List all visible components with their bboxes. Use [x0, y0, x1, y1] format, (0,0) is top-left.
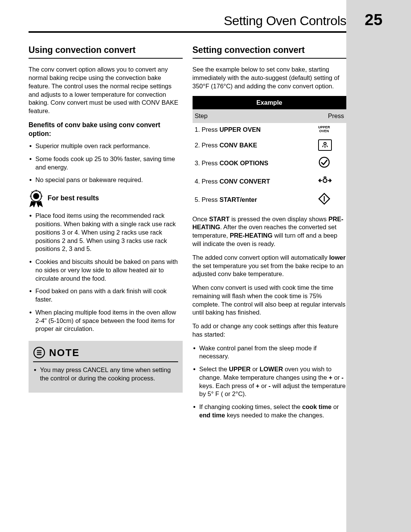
after-paragraph-2: The added conv convert option will autom… [193, 254, 347, 278]
cook-options-icon [318, 163, 330, 169]
list-item: You may press CANCEL any time when setti… [33, 366, 178, 383]
list-item: Superior multiple oven rack performance. [29, 142, 183, 150]
note-list: You may press CANCEL any time when setti… [33, 366, 178, 383]
svg-point-13 [323, 179, 327, 182]
list-item: Place food items using the recommended r… [29, 212, 183, 253]
award-ribbon-icon [29, 190, 44, 207]
start-enter-icon [318, 199, 330, 206]
svg-point-1 [33, 193, 39, 199]
page-content: Setting Oven Controls 25 Using convectio… [29, 13, 346, 425]
example-table: Example Step Press 1. Press UPPER OVEN U… [193, 96, 347, 210]
note-title: NOTE [49, 346, 80, 359]
list-item: If changing cooking times, select the co… [193, 403, 347, 420]
benefits-heading: Benefits of conv bake using conv convert… [29, 121, 183, 138]
table-row: 2. Press CONV BAKE [193, 137, 347, 153]
list-item: Food baked on pans with a dark finish wi… [29, 287, 183, 304]
intro-paragraph-right: See the example below to set conv bake, … [193, 66, 347, 90]
example-header: Example [193, 96, 347, 110]
svg-point-12 [319, 157, 329, 167]
after-paragraph-1: Once START is pressed the oven display s… [193, 215, 347, 248]
after-paragraph-4: To add or change any cook settings after… [193, 322, 347, 339]
list-item: Some foods cook up 25 to 30% faster, sav… [29, 155, 183, 172]
page-sidebar [346, 0, 411, 532]
list-item: When placing multiple food items in the … [29, 308, 183, 333]
note-box: NOTE You may press CANCEL any time when … [29, 341, 183, 393]
best-results-heading: For best results [29, 190, 183, 207]
list-item: Wake control panel from the sleep mode i… [193, 344, 347, 361]
conv-bake-icon [318, 139, 332, 151]
conv-convert-icon [318, 179, 332, 186]
after-paragraph-3: When conv convert is used with cook time… [193, 284, 347, 317]
table-row: 3. Press COOK OPTIONS [193, 153, 347, 173]
benefits-list: Superior multiple oven rack performance.… [29, 142, 183, 184]
list-item: No special pans or bakeware required. [29, 176, 183, 184]
note-icon [33, 347, 45, 359]
section-heading-setting: Setting convection convert [193, 44, 347, 59]
list-item: Cookies and biscuits should be baked on … [29, 258, 183, 283]
page-header: Setting Oven Controls 25 [29, 13, 346, 33]
table-row: 4. Press CONV CONVERT [193, 173, 347, 190]
left-column: Using convection convert The conv conver… [29, 44, 183, 425]
list-item: Select the UPPER or LOWER oven you wish … [193, 365, 347, 398]
best-results-title: For best results [48, 194, 99, 203]
svg-point-11 [324, 142, 326, 145]
best-results-list: Place food items using the recommended r… [29, 212, 183, 333]
intro-paragraph-left: The conv convert option allows you to co… [29, 66, 183, 115]
table-row: 5. Press START/enter [193, 190, 347, 210]
press-column-label: Press [316, 109, 346, 123]
page-number: 25 [365, 11, 382, 29]
upper-oven-button-icon: UPPEROVEN [318, 126, 330, 133]
page-title: Setting Oven Controls [224, 13, 346, 28]
table-row: 1. Press UPPER OVEN UPPEROVEN [193, 123, 347, 137]
section-heading-using: Using convection convert [29, 44, 183, 59]
step-column-label: Step [193, 109, 316, 123]
right-column: Setting convection convert See the examp… [193, 44, 347, 425]
change-settings-list: Wake control panel from the sleep mode i… [193, 344, 347, 420]
